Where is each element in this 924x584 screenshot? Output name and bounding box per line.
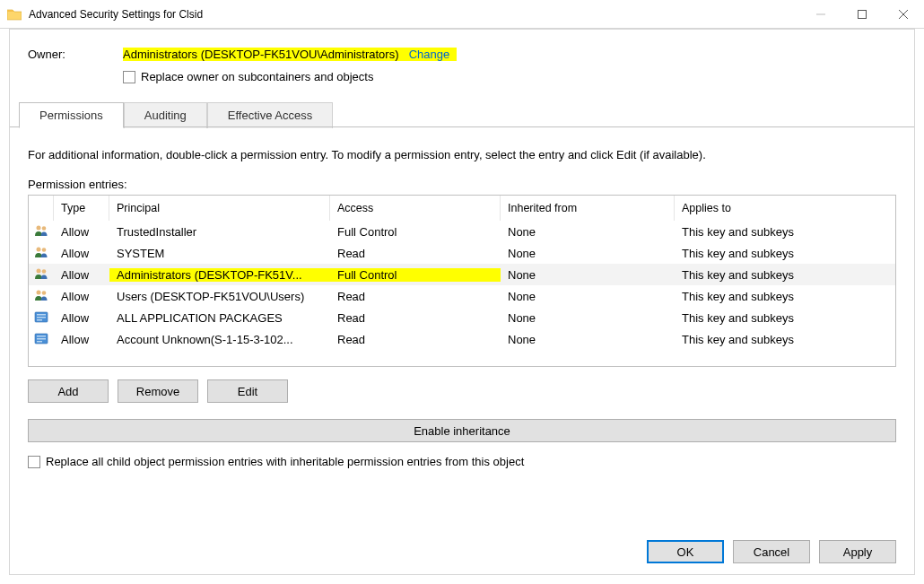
access-cell: Read	[330, 311, 501, 325]
owner-label: Owner:	[28, 48, 123, 61]
main-panel: Owner: Administrators (DESKTOP-FK51VOU\A…	[9, 29, 915, 575]
apply-button[interactable]: Apply	[819, 540, 896, 563]
enable-inheritance-button[interactable]: Enable inheritance	[28, 419, 896, 442]
replace-owner-label: Replace owner on subcontainers and objec…	[141, 70, 373, 83]
principal-cell: Account Unknown(S-1-15-3-102...	[109, 333, 330, 346]
applies-cell: This key and subkeys	[675, 333, 895, 346]
package-icon	[29, 309, 54, 327]
cancel-button[interactable]: Cancel	[733, 540, 810, 563]
svg-rect-1	[859, 11, 867, 19]
inherited-cell: None	[501, 290, 675, 303]
inherited-cell: None	[501, 333, 675, 346]
edit-button[interactable]: Edit	[207, 379, 288, 403]
actions-row: Add Remove Edit	[10, 367, 914, 403]
people-icon	[29, 288, 54, 305]
bottom-bar: OK Cancel Apply	[647, 540, 896, 563]
principal-cell: Administrators (DESKTOP-FK51V...	[109, 268, 330, 282]
col-type-header[interactable]: Type	[54, 196, 109, 221]
ok-button[interactable]: OK	[647, 540, 724, 563]
principal-cell: SYSTEM	[109, 247, 330, 260]
tab-permissions[interactable]: Permissions	[19, 102, 124, 128]
inherited-cell: None	[501, 225, 675, 239]
type-cell: Allow	[54, 311, 109, 325]
inherited-cell: None	[501, 311, 675, 325]
entries-label: Permission entries:	[28, 178, 896, 191]
table-row[interactable]: AllowUsers (DESKTOP-FK51VOU\Users)ReadNo…	[29, 285, 895, 307]
replace-child-label: Replace all child object permission entr…	[46, 455, 524, 468]
package-icon	[29, 331, 54, 348]
maximize-button[interactable]	[841, 0, 883, 29]
remove-button[interactable]: Remove	[118, 379, 198, 403]
replace-owner-row: Replace owner on subcontainers and objec…	[10, 70, 914, 83]
window-title: Advanced Security Settings for Clsid	[29, 8, 800, 21]
owner-value-highlight: Administrators (DESKTOP-FK51VOU\Administ…	[123, 48, 457, 61]
replace-child-row: Replace all child object permission entr…	[10, 455, 914, 468]
people-icon	[29, 245, 54, 262]
table-header: Type Principal Access Inherited from App…	[29, 196, 895, 221]
folder-icon	[7, 8, 22, 21]
table-row[interactable]: AllowAdministrators (DESKTOP-FK51V...Ful…	[29, 264, 895, 285]
tab-auditing[interactable]: Auditing	[124, 102, 207, 128]
access-cell: Full Control	[330, 225, 501, 239]
owner-row: Owner: Administrators (DESKTOP-FK51VOU\A…	[10, 48, 914, 61]
tabs-container: Permissions Auditing Effective Access	[10, 101, 914, 128]
applies-cell: This key and subkeys	[675, 268, 895, 282]
applies-cell: This key and subkeys	[675, 290, 895, 303]
principal-cell: TrustedInstaller	[109, 225, 330, 239]
col-inherited-header[interactable]: Inherited from	[501, 196, 675, 221]
type-cell: Allow	[54, 268, 109, 282]
people-icon	[29, 266, 54, 283]
tab-body: For additional information, double-click…	[10, 128, 914, 367]
applies-cell: This key and subkeys	[675, 225, 895, 239]
table-body: AllowTrustedInstallerFull ControlNoneThi…	[29, 221, 895, 350]
type-cell: Allow	[54, 290, 109, 303]
applies-cell: This key and subkeys	[675, 247, 895, 260]
access-cell: Full Control	[330, 268, 501, 282]
access-cell: Read	[330, 290, 501, 303]
inherit-row: Enable inheritance	[10, 403, 914, 455]
access-cell: Read	[330, 247, 501, 260]
minimize-button[interactable]	[800, 0, 841, 29]
applies-cell: This key and subkeys	[675, 311, 895, 325]
change-owner-link[interactable]: Change	[409, 48, 450, 61]
add-button[interactable]: Add	[28, 379, 109, 403]
tab-effective-access[interactable]: Effective Access	[207, 102, 333, 128]
principal-cell: Users (DESKTOP-FK51VOU\Users)	[109, 290, 330, 303]
title-bar: Advanced Security Settings for Clsid	[0, 0, 924, 29]
principal-cell: ALL APPLICATION PACKAGES	[109, 311, 330, 325]
type-cell: Allow	[54, 247, 109, 260]
replace-child-checkbox[interactable]	[28, 456, 40, 468]
replace-owner-checkbox[interactable]	[123, 71, 135, 83]
col-icon-header[interactable]	[29, 196, 54, 221]
col-principal-header[interactable]: Principal	[109, 196, 330, 221]
people-icon	[29, 223, 54, 240]
table-row[interactable]: AllowTrustedInstallerFull ControlNoneThi…	[29, 221, 895, 242]
col-access-header[interactable]: Access	[330, 196, 501, 221]
owner-value: Administrators (DESKTOP-FK51VOU\Administ…	[123, 48, 399, 61]
inherited-cell: None	[501, 268, 675, 282]
table-row[interactable]: AllowSYSTEMReadNoneThis key and subkeys	[29, 242, 895, 264]
inherited-cell: None	[501, 247, 675, 260]
table-row[interactable]: AllowALL APPLICATION PACKAGESReadNoneThi…	[29, 307, 895, 328]
col-applies-header[interactable]: Applies to	[675, 196, 895, 221]
type-cell: Allow	[54, 333, 109, 346]
access-cell: Read	[330, 333, 501, 346]
type-cell: Allow	[54, 225, 109, 239]
info-text: For additional information, double-click…	[28, 148, 896, 161]
table-row[interactable]: AllowAccount Unknown(S-1-15-3-102...Read…	[29, 328, 895, 350]
window-controls	[800, 0, 924, 28]
close-button[interactable]	[883, 0, 924, 29]
permissions-table: Type Principal Access Inherited from App…	[28, 195, 896, 367]
